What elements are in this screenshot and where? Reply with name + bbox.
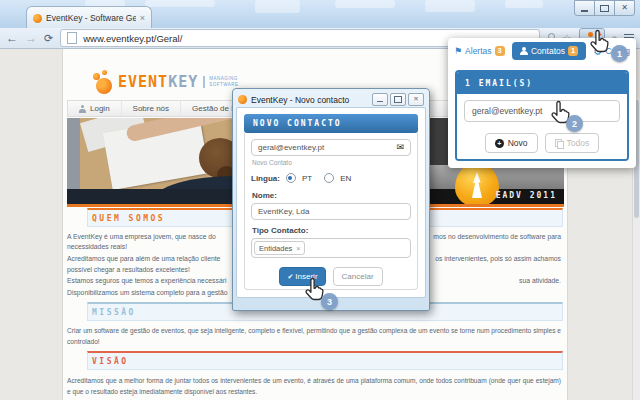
email-list-item[interactable]: geral@eventkey.pt [464, 100, 620, 122]
cursor-icon [590, 29, 610, 53]
emails-panel: 1 EMAIL(S) geral@eventkey.pt + Novo Todo… [455, 70, 629, 161]
logo-text-event: EVENT [118, 73, 168, 91]
tag-remove-icon[interactable]: × [296, 245, 300, 252]
alertas-badge: 3 [495, 46, 505, 56]
window-maximize-button[interactable] [594, 0, 615, 16]
login-person-icon [79, 105, 86, 113]
dialog-buttons: Inserir Cancelar [251, 267, 411, 286]
extension-popup: Alertas 3 Contatos 1 Config 1 EMAIL(S) g… [448, 38, 636, 168]
radio-pt-label[interactable]: PT [302, 174, 312, 183]
reload-icon[interactable]: ⟳ [44, 33, 53, 44]
browser-titlebar: EventKey - Software Gest × [0, 0, 640, 28]
missao-paragraph: Criar um software de gestão de eventos, … [67, 326, 561, 347]
emails-panel-title: 1 EMAIL(S) [457, 72, 627, 94]
popup-buttons: + Novo Todos [457, 133, 627, 153]
dialog-title: EventKey - Novo contacto [251, 95, 368, 105]
dialog-close-button[interactable] [408, 93, 424, 106]
lingua-label: Lingua: [251, 174, 280, 183]
window-minimize-button[interactable] [574, 0, 595, 16]
forward-icon[interactable]: → [25, 32, 37, 44]
dialog-minimize-button[interactable] [372, 93, 388, 106]
contatos-badge: 1 [568, 46, 578, 56]
copy-icon [555, 139, 563, 148]
eventkey-favicon [33, 14, 42, 23]
eventkey-logo: EVENTKEY MANAGINGSOFTWARE [93, 70, 239, 94]
novo-button[interactable]: + Novo [485, 133, 538, 153]
tab-close-icon[interactable]: × [140, 14, 145, 23]
step-badge-2: 2 [566, 115, 583, 132]
dialog-maximize-button[interactable] [390, 93, 406, 106]
back-icon[interactable]: ← [6, 32, 18, 44]
logo-icon [93, 70, 115, 94]
dialog-window-controls [372, 93, 424, 106]
nav-item-login[interactable]: Login [68, 101, 122, 116]
titlebar-texture [145, 0, 215, 7]
dialog-form: geral@eventkey.pt ✉ Novo Contato Lingua:… [244, 133, 418, 290]
section-header-visao: VISÃO [87, 351, 563, 370]
titlebar-texture [255, 0, 300, 13]
eventkey-favicon [238, 95, 247, 104]
visao-paragraph: Acreditamos que a melhor forma de juntar… [67, 376, 561, 397]
lingua-row: Lingua: PT EN [251, 173, 411, 183]
titlebar-texture [425, 0, 475, 12]
email-hint: Novo Contato [252, 159, 411, 166]
popup-tab-contatos[interactable]: Contatos 1 [512, 42, 586, 60]
eadv-logo [455, 162, 499, 207]
page-icon [67, 32, 77, 44]
radio-en-label[interactable]: EN [340, 174, 351, 183]
emails-panel-body: geral@eventkey.pt + Novo Todos [457, 94, 627, 159]
cancelar-button[interactable]: Cancelar [333, 267, 383, 286]
step-badge-3: 3 [321, 293, 338, 310]
check-icon [287, 272, 293, 281]
logo-text-key: KEY [168, 73, 198, 91]
window-controls [575, 0, 635, 16]
envelope-icon: ✉ [396, 143, 404, 152]
tipo-contacto-label: Tipo Contacto: [252, 226, 411, 235]
popup-tab-alertas[interactable]: Alertas 3 [454, 46, 505, 56]
radio-pt[interactable] [286, 173, 296, 183]
browser-tab[interactable]: EventKey - Software Gest × [26, 6, 152, 29]
titlebar-texture [505, 0, 543, 8]
email-input[interactable]: geral@eventkey.pt ✉ [251, 139, 411, 156]
eadv-banner-text: EADV 2011 [496, 191, 557, 200]
titlebar-texture [335, 0, 395, 8]
nav-item-sobre-nos[interactable]: Sobre nós [122, 101, 181, 116]
step-badge-1: 1 [611, 45, 628, 62]
person-icon [520, 47, 528, 55]
window-close-button[interactable] [614, 0, 635, 16]
flag-icon [454, 46, 462, 56]
nome-label: Nome: [252, 191, 411, 200]
tag-entidades: Entidades × [254, 241, 305, 255]
url-text: www.eventkey.pt/Geral/ [83, 33, 182, 44]
dialog-body: NOVO CONTACTO geral@eventkey.pt ✉ Novo C… [236, 107, 426, 298]
todos-button[interactable]: Todos [545, 133, 600, 153]
logo-tagline: MANAGINGSOFTWARE [203, 76, 238, 89]
nome-input[interactable]: EventKey, Lda [251, 203, 411, 220]
novo-contacto-dialog: EventKey - Novo contacto NOVO CONTACTO g… [232, 88, 430, 311]
tipo-contacto-input[interactable]: Entidades × [251, 238, 411, 258]
radio-en[interactable] [324, 173, 334, 183]
tab-title: EventKey - Software Gest [46, 13, 136, 23]
dialog-titlebar[interactable]: EventKey - Novo contacto [236, 92, 426, 107]
plus-circle-icon: + [495, 139, 504, 148]
dialog-header: NOVO CONTACTO [244, 114, 418, 133]
